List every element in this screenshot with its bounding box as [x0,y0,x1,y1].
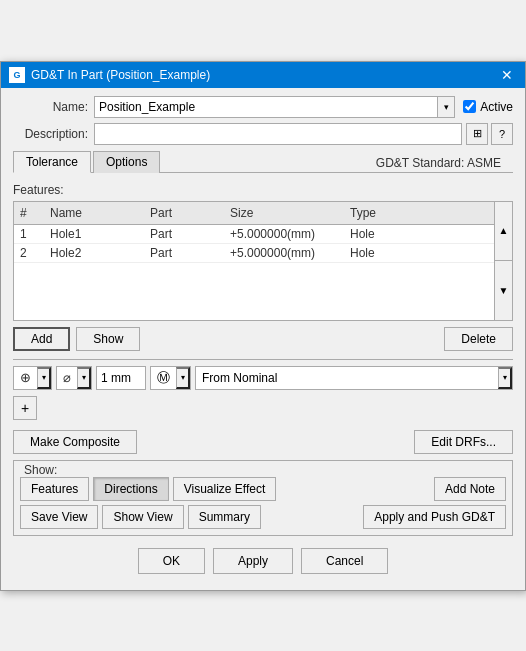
diameter-dropdown[interactable]: ▾ [77,367,91,389]
gdt-standard: GD&T Standard: ASME [376,156,501,170]
features-show-button[interactable]: Features [20,477,89,501]
tab-options[interactable]: Options [93,151,160,173]
col-name: Name [44,204,144,222]
up-arrow-icon: ▲ [499,225,509,236]
name-combo: ▾ [94,96,455,118]
show-legend: Show: [20,463,506,477]
edit-drfs-button[interactable]: Edit DRFs... [414,430,513,454]
titlebar: G GD&T In Part (Position_Example) ✕ [1,62,525,88]
plus-button[interactable]: + [13,396,37,420]
show-row-2: Save View Show View Summary Apply and Pu… [20,505,506,529]
show-section: Show: Features Directions Visualize Effe… [13,460,513,536]
diameter-symbol: ⌀ [57,370,77,385]
name-input[interactable] [94,96,437,118]
modifier-control: Ⓜ ▾ [150,366,191,390]
row2-num: 2 [14,244,44,262]
plus-icon: + [21,400,29,416]
show-view-button[interactable]: Show View [102,505,183,529]
dropdown-arrow-icon: ▾ [42,373,46,382]
cancel-button[interactable]: Cancel [301,548,388,574]
active-label: Active [480,100,513,114]
row1-name: Hole1 [44,225,144,243]
help-icon: ? [499,128,505,140]
show-row-1: Features Directions Visualize Effect Add… [20,477,506,501]
row1-size: +5.000000(mm) [224,225,344,243]
table-header: # Name Part Size Type [14,202,512,225]
description-input[interactable] [94,123,462,145]
features-action-row: Add Show Delete [13,327,513,351]
description-row: Description: ⊞ ? [13,123,513,145]
modifier-symbol: Ⓜ [151,369,176,387]
scroll-up-button[interactable]: ▲ [495,202,512,262]
modifier-dropdown[interactable]: ▾ [176,367,190,389]
dialog-content: Name: ▾ Active Description: ⊞ ? [1,88,525,590]
row2-type: Hole [344,244,424,262]
row1-num: 1 [14,225,44,243]
show-feature-button[interactable]: Show [76,327,140,351]
row1-type: Hole [344,225,424,243]
add-note-button[interactable]: Add Note [434,477,506,501]
table-icon: ⊞ [473,127,482,140]
name-row: Name: ▾ Active [13,96,513,118]
table-body: 1 Hole1 Part +5.000000(mm) Hole 2 Hole2 … [14,225,512,263]
diameter-control: ⌀ ▾ [56,366,92,390]
table-icon-button[interactable]: ⊞ [466,123,488,145]
table-row[interactable]: 1 Hole1 Part +5.000000(mm) Hole [14,225,512,244]
tolerance-value-input[interactable] [96,366,146,390]
from-nominal-dropdown[interactable]: ▾ [498,367,512,389]
active-checkbox[interactable] [463,100,476,113]
from-nominal-label: From Nominal [196,371,498,385]
from-nominal-control: From Nominal ▾ [195,366,513,390]
row2-size: +5.000000(mm) [224,244,344,262]
name-dropdown-btn[interactable]: ▾ [437,96,455,118]
summary-button[interactable]: Summary [188,505,261,529]
row2-name: Hole2 [44,244,144,262]
main-window: G GD&T In Part (Position_Example) ✕ Name… [0,61,526,591]
col-size: Size [224,204,344,222]
from-nominal-dropdown-icon: ▾ [503,373,507,382]
plus-row: + [13,396,513,420]
diameter-dropdown-icon: ▾ [82,373,86,382]
description-icons: ⊞ ? [466,123,513,145]
description-label: Description: [13,127,88,141]
table-row[interactable]: 2 Hole2 Part +5.000000(mm) Hole [14,244,512,263]
features-label: Features: [13,183,513,197]
down-arrow-icon: ▼ [499,285,509,296]
make-composite-button[interactable]: Make Composite [13,430,137,454]
row1-part: Part [144,225,224,243]
tab-tolerance[interactable]: Tolerance [13,151,91,173]
scroll-down-button[interactable]: ▼ [495,261,512,320]
titlebar-left: G GD&T In Part (Position_Example) [9,67,210,83]
col-type: Type [344,204,424,222]
help-icon-button[interactable]: ? [491,123,513,145]
tolerance-row: ⊕ ▾ ⌀ ▾ Ⓜ ▾ Fro [13,366,513,390]
scroll-buttons: ▲ ▼ [494,202,512,320]
bottom-action-row: Make Composite Edit DRFs... [13,430,513,454]
close-button[interactable]: ✕ [497,68,517,82]
apply-push-button[interactable]: Apply and Push GD&T [363,505,506,529]
directions-button[interactable]: Directions [93,477,168,501]
tab-area: Tolerance Options GD&T Standard: ASME [13,150,513,177]
app-icon: G [9,67,25,83]
divider1 [13,359,513,360]
position-symbol: ⊕ [14,370,37,385]
name-label: Name: [13,100,88,114]
add-button[interactable]: Add [13,327,70,351]
features-table-container: # Name Part Size Type 1 Hole1 Part +5.00… [13,201,513,321]
ok-button[interactable]: OK [138,548,205,574]
modifier-dropdown-icon: ▾ [181,373,185,382]
name-dropdown-icon: ▾ [444,102,449,112]
position-symbol-control: ⊕ ▾ [13,366,52,390]
active-checkbox-row: Active [463,100,513,114]
row2-part: Part [144,244,224,262]
footer-buttons: OK Apply Cancel [13,542,513,582]
col-part: Part [144,204,224,222]
visualize-effect-button[interactable]: Visualize Effect [173,477,277,501]
apply-button[interactable]: Apply [213,548,293,574]
position-symbol-dropdown[interactable]: ▾ [37,367,51,389]
delete-button[interactable]: Delete [444,327,513,351]
col-num: # [14,204,44,222]
window-title: GD&T In Part (Position_Example) [31,68,210,82]
save-view-button[interactable]: Save View [20,505,98,529]
